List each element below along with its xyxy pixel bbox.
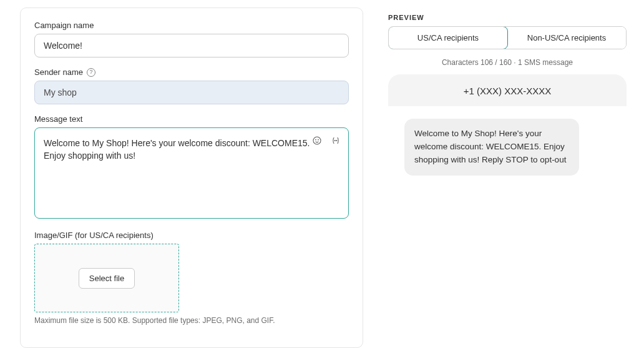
campaign-name-group: Campaign name [34,21,349,57]
sender-name-label-row: Sender name ? [34,67,349,77]
svg-point-0 [313,137,321,144]
sender-name-group: Sender name ? [34,67,349,104]
message-text-group: Message text [34,114,349,221]
sms-bubble: Welcome to My Shop! Here's your welcome … [404,119,579,176]
campaign-name-label: Campaign name [34,21,349,30]
recipient-tabs: US/CA recipients Non-US/CA recipients [388,26,627,49]
message-text-input[interactable] [34,127,349,219]
preview-panel: PREVIEW US/CA recipients Non-US/CA recip… [388,7,627,348]
svg-point-1 [316,139,316,140]
tab-non-us-ca[interactable]: Non-US/CA recipients [507,27,626,49]
select-file-button[interactable]: Select file [79,268,135,289]
image-upload-dropzone[interactable]: Select file [34,244,179,312]
placeholder-insert-icon[interactable] [330,135,341,146]
character-count: Characters 106 / 160 · 1 SMS message [388,58,627,67]
campaign-form-card: Campaign name Sender name ? Message text [20,7,363,348]
campaign-name-input[interactable] [34,34,349,57]
message-toolbar [311,135,341,146]
svg-point-2 [318,139,319,140]
sender-name-input[interactable] [34,81,349,104]
image-upload-label: Image/GIF (for US/CA recipients) [34,231,349,240]
message-text-wrap [34,127,349,221]
help-icon[interactable]: ? [87,68,95,77]
image-upload-group: Image/GIF (for US/CA recipients) Select … [34,231,349,325]
phone-body: Welcome to My Shop! Here's your welcome … [388,106,627,331]
tab-us-ca[interactable]: US/CA recipients [388,26,508,49]
svg-point-3 [334,140,335,141]
message-text-label: Message text [34,114,349,124]
sender-name-label: Sender name [34,67,83,77]
emoji-icon[interactable] [311,135,323,146]
image-helper-text: Maximum file size is 500 KB. Supported f… [34,316,349,325]
phone-number: +1 (XXX) XXX-XXXX [388,74,627,106]
preview-heading: PREVIEW [388,14,627,21]
phone-preview: +1 (XXX) XXX-XXXX Welcome to My Shop! He… [388,74,627,331]
svg-point-4 [336,140,337,141]
